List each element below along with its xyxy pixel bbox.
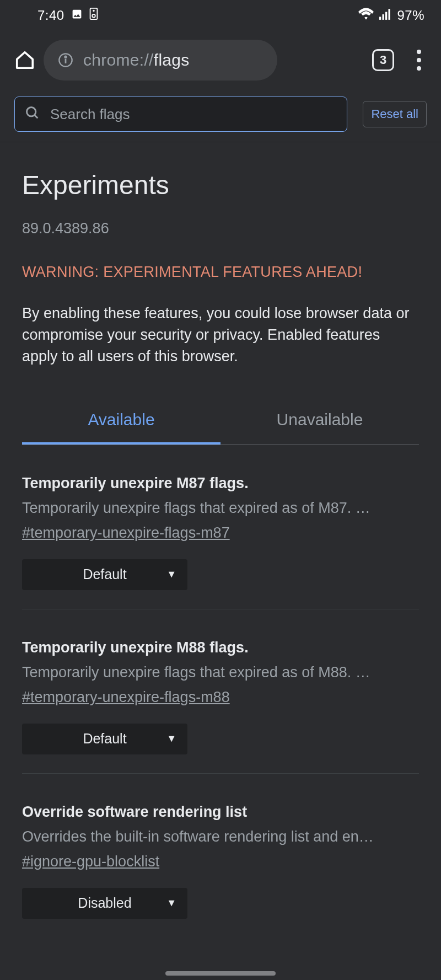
flag-select[interactable]: Default [22,559,187,590]
page-title: Experiments [22,170,419,200]
flag-select[interactable]: Default [22,724,187,754]
battery-text: 97% [397,8,424,23]
svg-point-10 [27,108,36,116]
url-bar[interactable]: chrome://flags [44,40,277,81]
warning-description: By enabling these features, you could lo… [22,303,419,367]
svg-rect-3 [379,17,381,20]
flag-description: Temporarily unexpire flags that expired … [22,500,419,517]
flag-select[interactable]: Disabled [22,888,187,919]
flag-entry: Temporarily unexpire M87 flags. Temporar… [22,475,419,609]
tab-unavailable[interactable]: Unavailable [220,400,419,445]
flag-anchor-link[interactable]: #temporary-unexpire-flags-m87 [22,524,230,542]
flag-select-value: Default [83,566,126,582]
flag-select-value: Disabled [78,895,131,911]
reset-all-button[interactable]: Reset all [363,101,427,127]
flag-anchor-link[interactable]: #ignore-gpu-blocklist [22,853,159,870]
version-text: 89.0.4389.86 [22,220,419,237]
flag-title: Override software rendering list [22,804,419,821]
url-text: chrome://flags [83,51,190,69]
info-icon [58,52,73,68]
signal-icon [379,8,391,23]
flag-title: Temporarily unexpire M88 flags. [22,639,419,656]
flag-anchor-link[interactable]: #temporary-unexpire-flags-m88 [22,689,230,706]
tab-available[interactable]: Available [22,400,220,445]
overflow-menu-button[interactable] [411,50,427,71]
warning-text: WARNING: EXPERIMENTAL FEATURES AHEAD! [22,264,419,281]
svg-point-9 [64,56,66,57]
svg-line-11 [35,115,38,119]
flag-entry: Override software rendering list Overrid… [22,804,419,919]
home-button[interactable] [14,49,36,71]
search-input[interactable] [50,106,337,123]
svg-point-2 [93,10,94,12]
tabs-button[interactable]: 3 [372,49,394,71]
flag-entry: Temporarily unexpire M88 flags. Temporar… [22,639,419,774]
flag-select-value: Default [83,731,126,747]
url-host: flags [154,51,190,69]
search-box[interactable] [14,97,347,132]
svg-point-1 [92,14,95,17]
svg-rect-6 [389,9,390,20]
flag-description: Temporarily unexpire flags that expired … [22,664,419,681]
status-bar: 7:40 97% [0,0,441,31]
browser-toolbar: chrome://flags 3 [0,31,441,89]
wifi-icon [358,8,374,23]
speaker-icon [89,8,98,23]
content: Experiments 89.0.4389.86 WARNING: EXPERI… [0,142,441,919]
svg-rect-4 [383,14,384,20]
search-icon [25,105,40,123]
home-indicator[interactable] [165,971,276,976]
flag-description: Overrides the built-in software renderin… [22,828,419,845]
flag-title: Temporarily unexpire M87 flags. [22,475,419,492]
image-icon [71,8,83,23]
status-time: 7:40 [37,8,64,23]
svg-rect-5 [385,12,387,20]
tabs-count: 3 [380,53,386,67]
search-row: Reset all [0,89,441,142]
url-scheme: chrome:// [83,51,154,69]
tabs: Available Unavailable [22,400,419,445]
